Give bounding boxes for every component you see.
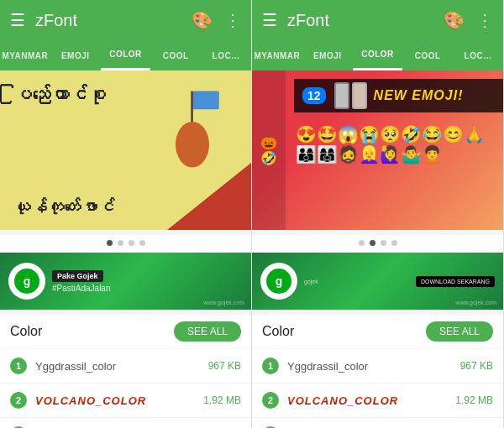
font-name-1-right: Yggdrassil_color: [287, 360, 460, 373]
gojek-g-left: g: [24, 274, 31, 288]
dot-1-right: [359, 240, 365, 246]
ad-text-right: gojek: [304, 279, 409, 284]
app-title-right: zFont: [287, 11, 444, 30]
svg-rect-3: [177, 137, 207, 156]
top-bar-right: ☰ zFont 🎨 ⋮: [252, 0, 503, 40]
font-name-2-left: VOLCANO_COLOR: [35, 394, 146, 407]
tab-cool-right[interactable]: COOL: [402, 40, 453, 70]
dot-1-left: [107, 240, 113, 246]
font-name-1-left: Yggdrassil_color: [35, 360, 208, 373]
gojek-logo-left: g: [8, 263, 45, 300]
tab-color-left[interactable]: COLOR: [101, 40, 151, 70]
section-title-right: Color: [262, 324, 426, 339]
font-number-2-left: 2: [10, 392, 27, 409]
emoji-banner: 🎃🤣 12 NEW EMOJI! 😍🤩😱😭🥺🤣😂😊🙏👨‍👩‍👦👩‍👩‍👧🧔👱‍♀…: [252, 70, 503, 230]
banner-right: 🎃🤣 12 NEW EMOJI! 😍🤩😱😭🥺🤣😂😊🙏👨‍👩‍👦👩‍👩‍👧🧔👱‍♀…: [252, 70, 503, 230]
font-size-2-right: 1.92 MB: [455, 394, 493, 406]
emoji-banner-title: NEW EMOJI!: [374, 88, 464, 103]
svg-rect-0: [192, 91, 219, 110]
tab-local-right[interactable]: LOC…: [453, 40, 503, 70]
panel-right: ☰ zFont 🎨 ⋮ MYANMAR EMOJI COLOR COOL LOC…: [252, 0, 504, 428]
ad-tag-left: Pake Gojek: [52, 270, 103, 282]
tab-emoji-right[interactable]: EMOJI: [302, 40, 353, 70]
font-size-1-right: 967 KB: [460, 360, 493, 372]
ad-gojek-label-right: gojek: [304, 279, 409, 284]
dot-2-left: [118, 240, 123, 246]
ad-hashtag-left: #PastiAdaJalan: [52, 284, 243, 293]
palette-icon-left[interactable]: 🎨: [192, 10, 213, 30]
ad-banner-right[interactable]: g gojek DOWNLOAD SEKARANG www.gojek.com: [252, 253, 503, 310]
see-all-button-right[interactable]: SEE ALL: [426, 321, 493, 342]
emoji-grid: 😍🤩😱😭🥺🤣😂😊🙏👨‍👩‍👦👩‍👩‍👧🧔👱‍♀️🙋‍♀️🤷‍♂️🧑‍🦱: [292, 121, 503, 230]
top-bar-left: ☰ zFont 🎨 ⋮: [0, 0, 251, 40]
ios-badge: 12: [302, 87, 326, 104]
dots-left: [0, 235, 251, 253]
more-icon-right[interactable]: ⋮: [476, 10, 493, 30]
dot-4-left: [139, 240, 145, 246]
font-item-3-left[interactable]: 3 Water_Brim_color 510 KB: [0, 418, 251, 428]
font-number-1-right: 1: [262, 358, 279, 374]
tab-myanmar-right[interactable]: MYANMAR: [252, 40, 302, 70]
font-item-1-right[interactable]: 1 Yggdrassil_color 967 KB: [252, 349, 503, 384]
menu-icon-right[interactable]: ☰: [262, 10, 277, 30]
tab-color-right[interactable]: COLOR: [353, 40, 403, 70]
red-corner: [167, 163, 251, 230]
scroll-left: ပြည်ထောင်စု ယုန်ကုတ်ဖောင်: [0, 70, 251, 428]
download-btn-right[interactable]: DOWNLOAD SEKARANG: [416, 276, 495, 287]
dot-3-left: [129, 240, 134, 246]
font-list-left: 1 Yggdrassil_color 967 KB 2 VOLCANO_COLO…: [0, 349, 251, 428]
hand-flag-illustration: [159, 87, 226, 171]
tab-cool-left[interactable]: COOL: [150, 40, 201, 70]
gojek-g-right: g: [276, 274, 283, 288]
see-all-button-left[interactable]: SEE ALL: [174, 321, 241, 342]
gojek-logo-right: g: [260, 263, 297, 300]
font-list-right: 1 Yggdrassil_color 967 KB 2 VOLCANO_COLO…: [252, 349, 503, 428]
dot-2-right: [370, 240, 375, 246]
ad-url-left: www.gojek.com: [203, 300, 244, 305]
font-item-2-left[interactable]: 2 VOLCANO_COLOR 1.92 MB: [0, 384, 251, 418]
font-size-2-left: 1.92 MB: [203, 394, 241, 406]
font-number-1-left: 1: [10, 358, 27, 374]
top-icons-right: 🎨 ⋮: [444, 10, 493, 30]
section-title-left: Color: [10, 324, 174, 339]
more-icon-left[interactable]: ⋮: [224, 10, 241, 30]
tab-bar-left: MYANMAR EMOJI COLOR COOL LOC…: [0, 40, 251, 70]
section-header-left: Color SEE ALL: [0, 315, 251, 348]
top-icons-left: 🎨 ⋮: [192, 10, 241, 30]
tab-emoji-left[interactable]: EMOJI: [50, 40, 101, 70]
font-item-2-right[interactable]: 2 VOLCANO_COLOR 1.92 MB: [252, 384, 503, 418]
myanmar-banner: ပြည်ထောင်စု ယုန်ကုတ်ဖောင်: [0, 70, 251, 230]
menu-icon-left[interactable]: ☰: [10, 10, 25, 30]
panel-left: ☰ zFont 🎨 ⋮ MYANMAR EMOJI COLOR COOL LOC…: [0, 0, 252, 428]
tab-myanmar-left[interactable]: MYANMAR: [0, 40, 50, 70]
dots-right: [252, 235, 503, 253]
dot-4-right: [391, 240, 397, 246]
app-title-left: zFont: [35, 11, 192, 30]
scroll-right: 🎃🤣 12 NEW EMOJI! 😍🤩😱😭🥺🤣😂😊🙏👨‍👩‍👦👩‍👩‍👧🧔👱‍♀…: [252, 70, 503, 428]
banner-left: ပြည်ထောင်စု ယုန်ကုတ်ဖောင်: [0, 70, 251, 230]
tab-bar-right: MYANMAR EMOJI COLOR COOL LOC…: [252, 40, 503, 70]
palette-icon-right[interactable]: 🎨: [444, 10, 465, 30]
font-number-2-right: 2: [262, 392, 279, 409]
ad-text-left: Pake Gojek #PastiAdaJalan: [52, 270, 243, 293]
font-item-1-left[interactable]: 1 Yggdrassil_color 967 KB: [0, 349, 251, 384]
tab-local-left[interactable]: LOC…: [201, 40, 251, 70]
gojek-logo-inner-right: g: [266, 269, 291, 294]
font-size-1-left: 967 KB: [208, 360, 241, 372]
font-item-3-right[interactable]: 3 Water_Brim_color 510 KB: [252, 418, 503, 428]
ad-banner-left[interactable]: g Pake Gojek #PastiAdaJalan www.gojek.co…: [0, 253, 251, 310]
dot-3-right: [381, 240, 386, 246]
gojek-logo-inner-left: g: [14, 269, 39, 294]
ad-url-right: www.gojek.com: [455, 300, 496, 305]
section-header-right: Color SEE ALL: [252, 315, 503, 348]
font-name-2-right: VOLCANO_COLOR: [287, 394, 398, 407]
